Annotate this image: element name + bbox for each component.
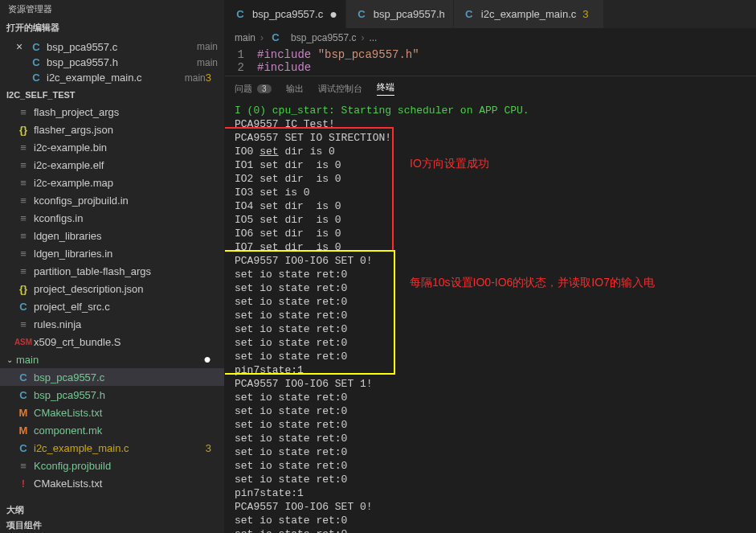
lines-file-icon: ≡ <box>16 141 31 154</box>
C-file-icon: C <box>29 56 43 68</box>
tree-item[interactable]: ≡Kconfig.projbuild <box>0 457 224 474</box>
tree-item[interactable]: {}flasher_args.json <box>0 121 224 138</box>
tab-terminal[interactable]: 终端 <box>377 81 394 96</box>
open-editor-item[interactable]: ×Cbsp_pca9557.cmain <box>0 39 224 55</box>
tree-item[interactable]: ≡i2c-example.bin <box>0 138 224 156</box>
modified-dot-icon: ● <box>203 352 218 367</box>
tree-item[interactable]: ≡ldgen_libraries.in <box>0 244 224 262</box>
tree-item[interactable]: ≡rules.ninja <box>0 315 224 333</box>
tree-item[interactable]: Ci2c_example_main.c3 <box>0 439 224 457</box>
breadcrumb[interactable]: main › C bsp_pca9557.c › ... <box>225 28 756 47</box>
C-file-icon: C <box>29 41 43 53</box>
tree-item[interactable]: ≡kconfigs_projbuild.in <box>0 191 224 209</box>
tree-item[interactable]: Cproject_elf_src.c <box>0 297 224 315</box>
C-file-icon: C <box>16 389 31 401</box>
code-editor[interactable]: 1#include "bsp_pca9557.h"2#include <box>225 47 756 76</box>
terminal-line: set io state ret:0 <box>235 295 746 309</box>
M-file-icon: M <box>16 424 31 437</box>
tree-item[interactable]: ≡partition_table-flash_args <box>0 262 224 280</box>
tree-item[interactable]: ≡flash_project_args <box>0 103 224 121</box>
terminal-line: IO5 set dir is 0 <box>235 213 746 227</box>
C-file-icon: C <box>354 8 369 20</box>
tree-item[interactable]: ≡i2c-example.map <box>0 174 224 191</box>
terminal-line: set io state ret:0 <box>235 350 746 363</box>
asm-file-icon: ASM <box>16 338 31 346</box>
tree-item[interactable]: ≡kconfigs.in <box>0 209 224 227</box>
outline-section[interactable]: 大纲 <box>0 502 224 518</box>
code-line[interactable]: 2#include <box>225 61 756 74</box>
chevron-right-icon: › <box>361 32 364 43</box>
tree-item[interactable]: Cbsp_pca9557.c <box>0 368 224 386</box>
project-header[interactable]: I2C_SELF_TEST <box>0 87 224 103</box>
tab-debug[interactable]: 调试控制台 <box>318 83 362 95</box>
sidebar: 资源管理器 打开的编辑器 ×Cbsp_pca9557.cmainCbsp_pca… <box>0 0 225 533</box>
terminal-line: set io state ret:0 <box>235 459 746 473</box>
terminal-line: I (0) cpu_start: Starting scheduler on A… <box>235 104 746 117</box>
terminal-line: set io state ret:0 <box>235 445 746 459</box>
terminal-line: pin7state:1 <box>235 486 746 500</box>
braces-file-icon: {} <box>16 283 31 295</box>
lines-file-icon: ≡ <box>16 159 31 171</box>
tree-item[interactable]: ≡i2c-example.elf <box>0 156 224 174</box>
lines-file-icon: ≡ <box>16 106 31 118</box>
terminal-line: IO7 set dir is 0 <box>235 240 746 254</box>
lines-file-icon: ≡ <box>16 248 31 260</box>
tree-item[interactable]: {}project_description.json <box>0 280 224 297</box>
tree-item[interactable]: !CMakeLists.txt <box>0 474 224 492</box>
tab-problems[interactable]: 问题 3 <box>235 83 272 95</box>
terminal-line: set io state ret:0 <box>235 309 746 322</box>
open-editor-item[interactable]: Cbsp_pca9557.hmain <box>0 55 224 70</box>
bang-file-icon: ! <box>16 478 31 490</box>
lines-file-icon: ≡ <box>16 318 31 330</box>
close-icon[interactable]: × <box>16 40 29 53</box>
build-section[interactable]: 项目组件 <box>0 518 224 533</box>
code-line[interactable]: 1#include "bsp_pca9557.h" <box>225 48 756 61</box>
lines-file-icon: ≡ <box>16 460 31 472</box>
warning-badge: 3 <box>206 72 218 84</box>
file-tree: ≡flash_project_args{}flasher_args.json≡i… <box>0 103 224 502</box>
breadcrumb-folder[interactable]: main <box>235 32 255 43</box>
terminal-line: PCA9557 IC Test! <box>235 117 746 131</box>
breadcrumb-file[interactable]: bsp_pca9557.c <box>291 32 356 43</box>
tree-item[interactable]: Mcomponent.mk <box>0 421 224 439</box>
terminal-line: set io state ret:0 <box>235 322 746 336</box>
terminal-line: IO1 set dir is 0 <box>235 158 746 172</box>
tree-item[interactable]: MCMakeLists.txt <box>0 404 224 421</box>
open-editors-header[interactable]: 打开的编辑器 <box>0 18 224 37</box>
terminal-line: IO3 set is 0 <box>235 186 746 199</box>
lines-file-icon: ≡ <box>16 230 31 242</box>
chevron-down-icon: ⌄ <box>6 355 16 364</box>
problems-count-badge: 3 <box>257 84 272 93</box>
tree-item[interactable]: ASMx509_crt_bundle.S <box>0 333 224 351</box>
editor-tab[interactable]: Cbsp_pca9557.c● <box>225 0 346 28</box>
terminal-line: set io state ret:0 <box>235 404 746 418</box>
editor-tab[interactable]: Ci2c_example_main.c3 <box>454 0 604 28</box>
terminal-line: set io state ret:0 <box>235 281 746 295</box>
terminal-line: IO6 set dir is 0 <box>235 227 746 240</box>
panel-tabs: 问题 3 输出 调试控制台 终端 <box>225 76 756 100</box>
C-file-icon: C <box>16 301 31 313</box>
folder-main[interactable]: ⌄ main ● <box>0 351 224 368</box>
editor-tabs: Cbsp_pca9557.c●Cbsp_pca9557.hCi2c_exampl… <box>225 0 756 28</box>
terminal-line: IO4 set dir is 0 <box>235 199 746 213</box>
terminal[interactable]: IO方向设置成功 每隔10s设置IO0-IO6的状态，并读取IO7的输入电 I … <box>225 100 756 533</box>
terminal-line: set io state ret:0 <box>235 268 746 281</box>
c-file-icon: C <box>268 31 283 43</box>
C-file-icon: C <box>16 442 31 454</box>
lines-file-icon: ≡ <box>16 265 31 277</box>
terminal-line: PCA9557 IO0-IO6 SET 1! <box>235 377 746 391</box>
explorer-title: 资源管理器 <box>0 0 224 18</box>
modified-dot-icon: ● <box>329 7 337 22</box>
tab-output[interactable]: 输出 <box>286 83 304 95</box>
C-file-icon: C <box>29 72 43 84</box>
warning-badge: 3 <box>582 8 595 20</box>
M-file-icon: M <box>16 407 31 419</box>
tree-item[interactable]: ≡ldgen_libraries <box>0 227 224 244</box>
breadcrumb-more[interactable]: ... <box>369 32 377 43</box>
open-editor-item[interactable]: Ci2c_example_main.cmain3 <box>0 70 224 85</box>
terminal-line: set io state ret:0 <box>235 391 746 404</box>
tree-item[interactable]: Cbsp_pca9557.h <box>0 386 224 404</box>
braces-file-icon: {} <box>16 124 31 136</box>
editor-tab[interactable]: Cbsp_pca9557.h <box>346 0 454 28</box>
terminal-line: set io state ret:0 <box>235 418 746 432</box>
